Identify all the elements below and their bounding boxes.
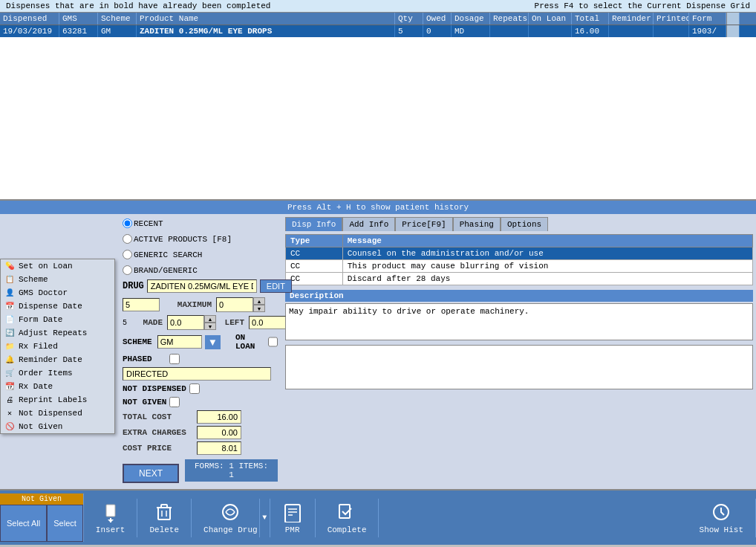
radio-recent[interactable]: RECENT xyxy=(123,219,163,228)
rx-date-icon: 📆 xyxy=(4,381,16,392)
msg-message-0: Counsel on the administration and/or use xyxy=(342,247,752,260)
extra-charges-input[interactable] xyxy=(197,426,241,439)
phased-row: PHASED xyxy=(123,354,278,364)
toolbar-complete[interactable]: Complete xyxy=(316,499,379,537)
left-panel: 💊 Set on Loan 📋 Scheme 👤 GMS Doctor 📅 Di… xyxy=(0,214,282,489)
toolbar-show-hist[interactable]: Show Hist xyxy=(688,499,756,537)
menu-item-rx-filed[interactable]: 📁 Rx Filed xyxy=(1,340,114,353)
not-dispensed-row: NOT DISPENSED xyxy=(123,383,278,394)
col-total: Total xyxy=(572,13,609,25)
next-button[interactable]: NEXT xyxy=(123,464,179,483)
maximum-spinner: ▲ ▼ xyxy=(216,297,265,312)
cost-price-label: COST PRICE xyxy=(123,444,197,453)
menu-item-not-dispensed[interactable]: ✕ Not Dispensed xyxy=(1,407,114,420)
cell-owed: 0 xyxy=(423,25,452,37)
table-row[interactable]: 19/03/2019 63281 GM ZADITEN 0.25MG/ML EY… xyxy=(0,25,756,37)
col-reminder: Reminder xyxy=(609,13,654,25)
menu-item-not-given[interactable]: 🚫 Not Given xyxy=(1,420,114,433)
phased-checkbox[interactable] xyxy=(169,354,180,364)
edit-button[interactable]: EDIT xyxy=(260,279,292,293)
menu-item-rx-date[interactable]: 📆 Rx Date xyxy=(1,380,114,393)
toolbar-change-drug[interactable]: Change Drug ▼ xyxy=(192,499,270,537)
tab-disp-info[interactable]: Disp Info xyxy=(285,217,342,231)
table-row[interactable]: CC Counsel on the administration and/or … xyxy=(286,247,753,260)
msg-type-0: CC xyxy=(286,247,343,260)
toolbar-change-drug-label: Change Drug xyxy=(203,525,258,534)
cost-price-input[interactable] xyxy=(197,441,241,455)
menu-label-gms-doctor: GMS Doctor xyxy=(19,288,68,297)
not-given-row: NOT GIVEN xyxy=(123,397,278,407)
made-down[interactable]: ▼ xyxy=(204,323,216,330)
menu-item-dispense-date[interactable]: 📅 Dispense Date xyxy=(1,300,114,313)
dosage-input[interactable] xyxy=(123,367,271,381)
tab-add-info[interactable]: Add Info xyxy=(342,217,395,231)
table-row[interactable]: CC Discard after 28 days xyxy=(286,273,753,285)
col-form: Form xyxy=(689,13,726,25)
on-loan-checkbox[interactable] xyxy=(268,337,278,347)
maximum-down[interactable]: ▼ xyxy=(253,305,265,312)
drug-input[interactable] xyxy=(147,279,257,293)
scrollbar-row[interactable] xyxy=(726,25,740,37)
menu-item-order-items[interactable]: 🛒 Order Items xyxy=(1,366,114,380)
toolbar-insert[interactable]: Insert xyxy=(84,499,138,537)
menu-item-reprint-labels[interactable]: 🖨 Reprint Labels xyxy=(1,393,114,407)
scheme-dropdown-btn[interactable]: ▼ xyxy=(205,335,221,349)
alt-h-text: Press Alt + H to show patient history xyxy=(287,203,469,212)
cell-dispensed: 19/03/2019 xyxy=(0,25,59,37)
scrollbar-top[interactable] xyxy=(726,13,740,25)
radio-generic-search[interactable]: GENERIC SEARCH xyxy=(123,250,202,259)
menu-label-scheme: Scheme xyxy=(19,275,48,284)
not-dispensed-checkbox[interactable] xyxy=(189,383,200,394)
menu-item-gms-doctor[interactable]: 👤 GMS Doctor xyxy=(1,286,114,300)
made-up[interactable]: ▲ xyxy=(204,315,216,323)
qty-input[interactable] xyxy=(123,298,160,311)
tab-phasing[interactable]: Phasing xyxy=(453,217,501,231)
menu-item-adjust-repeats[interactable]: 🔄 Adjust Repeats xyxy=(1,326,114,340)
menu-item-form-date[interactable]: 📄 Form Date xyxy=(1,313,114,326)
left-input[interactable] xyxy=(249,316,286,329)
total-cost-input[interactable] xyxy=(197,410,241,424)
toolbar-delete[interactable]: Delete xyxy=(137,499,192,537)
not-dispensed-icon: ✕ xyxy=(4,407,16,419)
menu-item-reminder-date[interactable]: 🔔 Reminder Date xyxy=(1,353,114,366)
change-drug-icon xyxy=(220,502,241,522)
menu-label-rx-filed: Rx Filed xyxy=(19,342,58,351)
svg-rect-5 xyxy=(161,505,167,508)
not-given-checkbox[interactable] xyxy=(169,397,180,407)
col-repeats: Repeats xyxy=(490,13,529,25)
menu-item-set-on-loan[interactable]: 💊 Set on Loan xyxy=(1,259,114,273)
messages-table: Type Message CC Counsel on the administr… xyxy=(285,234,753,285)
scheme-input[interactable] xyxy=(157,335,202,349)
menu-item-scheme[interactable]: 📋 Scheme xyxy=(1,273,114,286)
tab-options[interactable]: Options xyxy=(501,217,548,231)
svg-rect-0 xyxy=(106,505,115,517)
made-spinner: ▲ ▼ xyxy=(167,315,216,330)
col-gms: GMS xyxy=(59,13,98,25)
gms-doctor-icon: 👤 xyxy=(4,287,16,299)
phased-label: PHASED xyxy=(123,355,163,363)
maximum-input[interactable] xyxy=(216,297,253,312)
toolbar-pmr[interactable]: PMR xyxy=(270,499,316,537)
forms-items-bar: FORMS: 1 ITEMS: 1 xyxy=(185,459,278,482)
radio-brand-generic[interactable]: BRAND/GENERIC xyxy=(123,265,198,275)
col-dosage: Dosage xyxy=(452,13,490,25)
top-info-bar: Dispenses that are in bold have already … xyxy=(0,0,756,13)
right-panel: Disp Info Add Info Price[F9] Phasing Opt… xyxy=(282,214,756,489)
grid-header: Dispensed GMS Scheme Product Name Qty Ow… xyxy=(0,13,756,25)
table-row[interactable]: CC This product may cause blurring of vi… xyxy=(286,260,753,273)
change-drug-dropdown-btn[interactable]: ▼ xyxy=(259,499,270,537)
select-all-button[interactable]: Select All xyxy=(0,505,47,542)
menu-label-set-on-loan: Set on Loan xyxy=(19,262,73,271)
cell-reminder xyxy=(609,25,654,37)
maximum-up[interactable]: ▲ xyxy=(253,297,265,305)
description-text: May impair ability to drive or operate m… xyxy=(285,303,753,340)
select-button[interactable]: Select xyxy=(47,505,83,542)
dropdown-menu: 💊 Set on Loan 📋 Scheme 👤 GMS Doctor 📅 Di… xyxy=(0,259,115,434)
cell-printed xyxy=(654,25,689,37)
tab-price[interactable]: Price[F9] xyxy=(395,217,452,231)
select-group: Not Given Select All Select xyxy=(0,493,84,542)
col-product: Product Name xyxy=(137,13,395,25)
made-input[interactable] xyxy=(167,315,204,330)
col-qty: Qty xyxy=(395,13,423,25)
radio-active-products[interactable]: ACTIVE PRODUCTS [F8] xyxy=(123,234,232,244)
